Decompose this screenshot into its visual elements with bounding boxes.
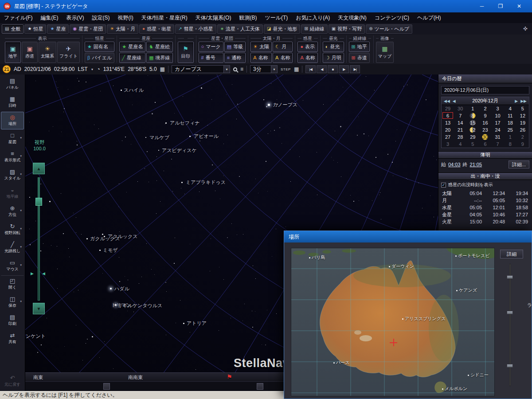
menu-item[interactable]: ヘルプ(H): [413, 12, 445, 23]
sidebar-item-fov-rotation[interactable]: ↻視野回転▾: [1, 221, 24, 239]
tab-comet[interactable]: ↗彗星・小惑星: [175, 24, 216, 34]
calendar-day[interactable]: 3: [492, 105, 504, 112]
calendar-day[interactable]: 25: [504, 126, 516, 133]
menu-item[interactable]: 設定(S): [88, 12, 113, 23]
location-detail-button[interactable]: 詳細: [500, 250, 523, 258]
fov-slider-track[interactable]: [38, 177, 40, 301]
calendar-day[interactable]: 30: [479, 133, 491, 141]
calendar-day[interactable]: 2: [479, 105, 491, 112]
twilight-begin-time[interactable]: 04:03: [448, 162, 461, 167]
tab-grid[interactable]: ⊞経緯線: [301, 24, 327, 34]
calendar-day[interactable]: 29: [466, 133, 479, 141]
calendar-day[interactable]: 12: [516, 112, 529, 119]
chevron-down-icon[interactable]: ▼: [223, 66, 230, 73]
toolbar-button-sun[interactable]: ☀太陽: [250, 42, 272, 52]
checkbox-icon[interactable]: ✓: [441, 183, 446, 188]
slider-thumb[interactable]: [507, 364, 513, 368]
toolbar-button-constellation-line[interactable]: ╱星座線: [119, 53, 145, 63]
toolbar-button-planet-name[interactable]: A名称: [297, 53, 317, 63]
calendar-day[interactable]: 9: [516, 141, 529, 148]
toolbar-button-equator-grid[interactable]: ⊞赤道: [349, 53, 370, 63]
interval-combo[interactable]: 3分 ▼: [250, 65, 278, 73]
calendar-day[interactable]: 19: [516, 119, 529, 126]
chevron-down-icon[interactable]: ▼: [271, 66, 277, 73]
toolbar-button-constellation-art[interactable]: ♞星座絵: [146, 42, 172, 52]
tab-daylight[interactable]: ◪昼光・地形: [264, 24, 300, 34]
tab-fov[interactable]: ▣視野・写野: [329, 24, 365, 34]
toolbar-button-flight[interactable]: ✈フライト: [57, 42, 80, 63]
play-forward-icon[interactable]: ▶: [339, 65, 349, 73]
calendar-day[interactable]: 14: [454, 119, 466, 126]
search-icon[interactable]: [233, 67, 237, 71]
calendar-day[interactable]: 16: [479, 119, 491, 126]
next-year-button[interactable]: ▶▶: [520, 99, 527, 103]
toolbar-button-horizon-grid[interactable]: ⊞地平: [349, 42, 370, 52]
location-window-titlebar[interactable]: 場所: [284, 231, 532, 243]
location-window[interactable]: 場所: [284, 231, 532, 399]
calendar-day[interactable]: 23: [479, 126, 491, 133]
toolbar-button-common-name[interactable]: ≡通称: [224, 53, 246, 63]
tab-meteor[interactable]: ∗流星・人工天体: [217, 24, 263, 34]
calendar-day[interactable]: 17: [492, 119, 504, 126]
calendar-day[interactable]: 26: [516, 126, 529, 133]
menu-item[interactable]: 編集(E): [36, 12, 62, 23]
calendar-day[interactable]: 6: [442, 112, 454, 119]
toolbar-button-horizon-view[interactable]: ▣地平: [5, 42, 21, 63]
day-badge[interactable]: 21: [3, 65, 11, 73]
sidebar-item-direction[interactable]: ⊕方位▾: [1, 203, 24, 220]
prev-year-button[interactable]: ◀◀: [444, 99, 450, 103]
calendar-day[interactable]: 21: [454, 126, 466, 133]
toolbar-button-mark[interactable]: ○マーク: [199, 42, 223, 52]
toolbar-button-boundary-line[interactable]: ▦境界線: [146, 53, 172, 63]
toolbar-button-moonlight[interactable]: ☽月明: [323, 53, 344, 63]
toolbar-button-solar-system[interactable]: ☀太陽系: [39, 42, 56, 63]
menu-item[interactable]: 天体/恒星・星座(R): [137, 12, 192, 23]
fov-slider-thumb[interactable]: [35, 198, 42, 206]
riseset-checkbox-row[interactable]: ✓ 惑星の出没時刻を表示: [438, 180, 532, 189]
menu-item[interactable]: コンテンツ(C): [371, 12, 413, 23]
calendar-day[interactable]: 20: [442, 126, 454, 133]
toolbar-button-number[interactable]: #番号: [199, 53, 223, 63]
search-input[interactable]: カノープス: [175, 66, 221, 73]
toolbar-button-moon-name[interactable]: A名称: [273, 53, 293, 63]
toolbar-button-magnitude[interactable]: ▤等級: [224, 42, 246, 52]
scrollbar-thumb[interactable]: [257, 383, 263, 390]
menu-item[interactable]: 天体/太陽系(O): [192, 12, 235, 23]
calendar-day[interactable]: 30: [454, 105, 466, 112]
calendar-day[interactable]: 5: [466, 141, 479, 148]
slider-thumb[interactable]: [507, 311, 513, 314]
toolbar-button-constellation-name[interactable]: ★星座名: [119, 42, 145, 52]
latitude-value[interactable]: 28°56'S: [128, 66, 146, 72]
toolbar-button-proper-name[interactable]: ★固有名: [85, 42, 114, 52]
calendar-day[interactable]: 6: [479, 141, 491, 148]
calendar-day[interactable]: 8: [466, 112, 479, 119]
play-back-icon[interactable]: ◀: [317, 65, 327, 73]
skip-back-icon[interactable]: |◀: [305, 65, 316, 73]
sidebar-item-display-format[interactable]: ≡表示形式▾: [1, 148, 24, 166]
sidebar-item-panel[interactable]: ▤パネル: [1, 75, 24, 93]
pin-icon[interactable]: ✜: [520, 26, 530, 32]
calendar-day[interactable]: 7: [492, 141, 504, 148]
calendar-day[interactable]: 10: [492, 112, 504, 119]
sidebar-item-open[interactable]: ◰開く: [1, 275, 24, 293]
calendar-day[interactable]: 18: [504, 119, 516, 126]
fov-zoom-out-button[interactable]: ▼: [33, 303, 45, 314]
calendar-day[interactable]: 5: [516, 105, 529, 112]
close-button[interactable]: ✕: [510, 0, 528, 12]
menu-item[interactable]: ツール(T): [261, 12, 292, 23]
prev-month-button[interactable]: ◀: [453, 99, 456, 103]
calendar-day[interactable]: 2: [516, 133, 529, 141]
scrollbar-thumb[interactable]: [103, 383, 110, 390]
title-bar[interactable]: SN 星図 [標準] - ステラナビゲータ ─ ❐ ✕: [0, 0, 532, 12]
menu-item[interactable]: ファイル(F): [0, 12, 36, 23]
toolbar-button-daylight-toggle[interactable]: ◐昼光: [323, 42, 344, 52]
map-area[interactable]: バリ島ダーウィンポートモレスビケアンズアリススプリングスパースシドニーメルボルン: [291, 248, 495, 396]
calendar-day[interactable]: 15: [466, 119, 479, 126]
sidebar-item-style[interactable]: ▨スタイル▾: [1, 166, 24, 184]
calendar-day[interactable]: 1: [504, 133, 516, 141]
toolbar-button-map[interactable]: ▦マップ: [376, 42, 394, 63]
toolbar-button-bayer[interactable]: βバイエル: [85, 53, 114, 63]
calendar-day[interactable]: 8: [504, 141, 516, 148]
sidebar-item-print[interactable]: ▤印刷: [1, 312, 24, 329]
slider-thumb[interactable]: [507, 275, 513, 279]
